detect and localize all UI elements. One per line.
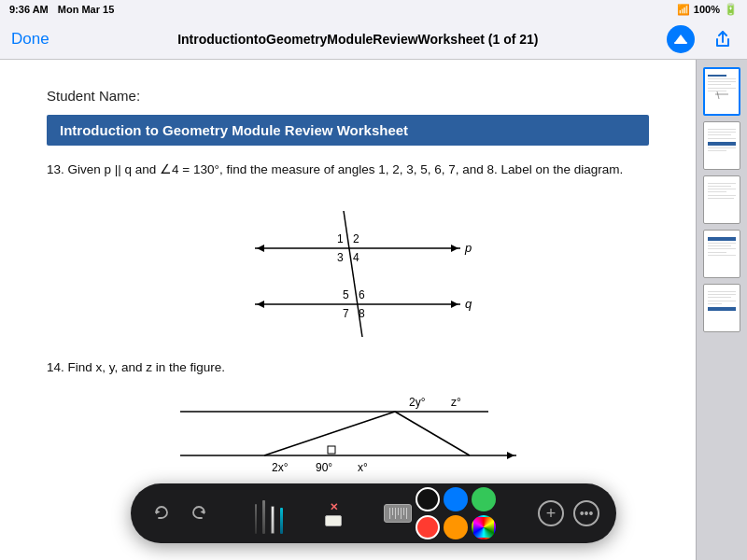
- extra-buttons-group: + •••: [538, 500, 599, 526]
- svg-text:1: 1: [337, 232, 344, 245]
- pen-dark-2[interactable]: [262, 500, 265, 534]
- nav-bar: Done IntroductiontoGeometryModuleReviewW…: [0, 19, 747, 60]
- color-grid: [416, 487, 496, 539]
- undo-redo-group: [148, 499, 213, 527]
- svg-rect-36: [708, 91, 726, 91]
- wifi-icon: 📶: [677, 4, 690, 16]
- svg-line-22: [395, 412, 470, 455]
- color-red[interactable]: [416, 515, 440, 539]
- svg-rect-32: [708, 78, 736, 79]
- svg-text:2y°: 2y°: [409, 396, 426, 409]
- svg-rect-48: [708, 183, 736, 184]
- svg-rect-53: [708, 198, 734, 199]
- svg-marker-7: [257, 301, 264, 308]
- undo-button[interactable]: [148, 499, 176, 527]
- pen-highlight[interactable]: [280, 508, 283, 534]
- document-title: IntroductiontoGeometryModuleReviewWorksh…: [49, 32, 667, 47]
- svg-text:4: 4: [353, 251, 359, 264]
- thumbnail-sidebar: [696, 60, 747, 560]
- more-button[interactable]: •••: [573, 500, 599, 526]
- nav-icons: [667, 25, 736, 53]
- svg-text:6: 6: [359, 288, 365, 301]
- ruler-button[interactable]: [384, 504, 412, 523]
- color-green[interactable]: [472, 487, 496, 511]
- time-display: 9:36 AM: [9, 4, 49, 15]
- thumbnail-page-1[interactable]: [703, 67, 740, 116]
- svg-text:z°: z°: [451, 396, 461, 409]
- svg-text:p: p: [464, 241, 472, 255]
- svg-rect-63: [708, 294, 736, 295]
- color-rainbow[interactable]: [472, 515, 496, 539]
- redo-button[interactable]: [185, 499, 213, 527]
- svg-text:2: 2: [353, 232, 359, 245]
- svg-rect-49: [708, 186, 731, 187]
- svg-text:q: q: [465, 297, 472, 311]
- svg-text:3: 3: [337, 251, 344, 264]
- svg-rect-67: [708, 307, 736, 311]
- svg-rect-56: [708, 243, 736, 244]
- airplay-button[interactable]: [667, 25, 695, 53]
- svg-line-21: [264, 412, 395, 455]
- diagram-14: 2y° z° 2x° 90° x°: [47, 385, 649, 479]
- svg-rect-57: [708, 245, 731, 246]
- share-button[interactable]: [710, 26, 736, 52]
- svg-rect-1: [674, 42, 687, 44]
- svg-rect-59: [708, 252, 726, 253]
- svg-text:5: 5: [343, 288, 349, 301]
- worksheet-header: Introduction to Geometry Module Review W…: [47, 115, 649, 146]
- eraser-group: ✕: [325, 501, 342, 526]
- svg-rect-35: [708, 88, 736, 89]
- svg-marker-4: [451, 245, 458, 252]
- status-left: 9:36 AM Mon Mar 15: [9, 4, 114, 15]
- svg-rect-65: [708, 301, 736, 301]
- svg-marker-0: [675, 35, 686, 42]
- svg-text:7: 7: [343, 307, 349, 320]
- svg-marker-69: [201, 510, 205, 514]
- battery-icon: 🔋: [724, 3, 738, 16]
- svg-rect-60: [708, 255, 736, 256]
- status-right: 📶 100% 🔋: [677, 3, 738, 16]
- color-blue[interactable]: [444, 487, 468, 511]
- pen-white[interactable]: [271, 506, 275, 534]
- svg-text:2x°: 2x°: [272, 461, 289, 474]
- svg-rect-43: [708, 138, 736, 139]
- svg-rect-50: [708, 189, 736, 189]
- svg-rect-64: [708, 297, 731, 298]
- color-picker-area: [384, 487, 496, 539]
- svg-marker-68: [156, 510, 161, 514]
- thumbnail-page-3[interactable]: [703, 175, 740, 224]
- svg-rect-66: [708, 303, 722, 304]
- color-black[interactable]: [416, 487, 440, 511]
- svg-rect-55: [708, 237, 736, 241]
- svg-rect-41: [708, 132, 736, 133]
- color-orange[interactable]: [444, 515, 468, 539]
- svg-marker-3: [257, 245, 264, 252]
- add-button[interactable]: +: [538, 500, 564, 526]
- svg-rect-52: [708, 195, 736, 196]
- diagram-13: p q 1 2 3 4 5 6: [47, 192, 649, 342]
- svg-text:8: 8: [359, 307, 365, 320]
- svg-text:x°: x°: [358, 461, 368, 474]
- question-13: 13. Given p || q and ∠4 = 130°, find the…: [47, 161, 649, 179]
- svg-rect-33: [708, 81, 736, 82]
- thumbnail-page-4[interactable]: [703, 230, 740, 278]
- eraser-button[interactable]: ✕: [325, 501, 342, 526]
- svg-rect-31: [708, 75, 726, 77]
- pen-dark-1[interactable]: [255, 504, 257, 534]
- svg-rect-58: [708, 248, 736, 249]
- question-14: 14. Find x, y, and z in the figure.: [47, 360, 649, 374]
- thumbnail-page-5[interactable]: [703, 284, 740, 332]
- date-display: Mon Mar 15: [58, 4, 115, 15]
- svg-rect-62: [708, 291, 736, 292]
- svg-rect-42: [708, 134, 731, 135]
- svg-rect-51: [708, 191, 726, 192]
- svg-rect-29: [328, 446, 335, 454]
- done-button[interactable]: Done: [11, 30, 49, 49]
- thumbnail-page-2[interactable]: [703, 121, 740, 170]
- student-name-label: Student Name:: [47, 88, 649, 104]
- svg-rect-45: [708, 147, 736, 148]
- svg-text:90°: 90°: [316, 461, 332, 474]
- svg-rect-47: [706, 179, 738, 220]
- svg-rect-40: [708, 129, 736, 130]
- battery-display: 100%: [694, 4, 720, 15]
